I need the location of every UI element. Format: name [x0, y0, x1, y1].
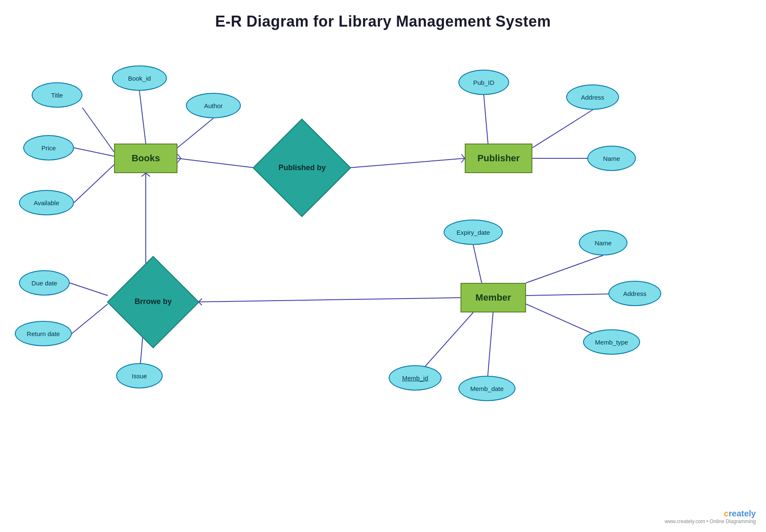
relationship-brrowe-by: Brrowe by	[108, 279, 199, 325]
attr-pub-address: Address	[566, 84, 619, 110]
attr-due-date: Due date	[19, 270, 70, 296]
attr-memb-type: Memb_type	[583, 329, 640, 355]
attr-price: Price	[23, 135, 74, 160]
svg-line-20	[351, 158, 465, 168]
attr-issue: Issue	[116, 363, 163, 388]
svg-line-18	[177, 154, 181, 158]
attr-pub-id: Pub_ID	[458, 70, 509, 95]
attr-title: Title	[32, 82, 82, 108]
attr-return-date: Return date	[15, 321, 72, 346]
svg-line-2	[177, 118, 213, 148]
attr-memb-id: Memb_id	[389, 365, 442, 391]
attr-memb-date: Memb_date	[458, 376, 515, 401]
attr-author: Author	[186, 93, 241, 118]
svg-line-26	[199, 298, 461, 302]
svg-line-21	[461, 154, 465, 158]
svg-line-24	[142, 173, 146, 176]
attr-book-id: Book_id	[112, 65, 167, 91]
entity-publisher: Publisher	[465, 144, 532, 173]
svg-line-17	[177, 158, 254, 168]
svg-line-15	[72, 304, 108, 334]
svg-line-25	[146, 173, 150, 176]
relationship-published-by: Published by	[254, 144, 351, 192]
svg-line-4	[74, 165, 114, 203]
svg-line-8	[473, 245, 482, 283]
svg-line-19	[177, 158, 181, 163]
svg-line-3	[74, 148, 114, 156]
svg-line-9	[526, 255, 603, 283]
attr-available: Available	[19, 190, 74, 215]
attr-mem-name: Name	[579, 230, 627, 255]
svg-line-14	[70, 283, 108, 296]
attr-mem-address: Address	[608, 281, 661, 306]
page-title: E-R Diagram for Library Management Syste…	[0, 0, 766, 30]
attr-expiry-date: Expiry_date	[444, 220, 503, 245]
svg-line-5	[484, 95, 488, 144]
svg-line-0	[139, 91, 146, 144]
svg-line-6	[532, 110, 593, 148]
watermark: creately www.creately.com • Online Diagr…	[665, 509, 756, 524]
entity-member: Member	[461, 283, 526, 312]
svg-line-1	[82, 108, 114, 152]
attr-pub-name: Name	[587, 146, 636, 171]
svg-line-22	[461, 158, 465, 163]
entity-books: Books	[114, 144, 177, 173]
